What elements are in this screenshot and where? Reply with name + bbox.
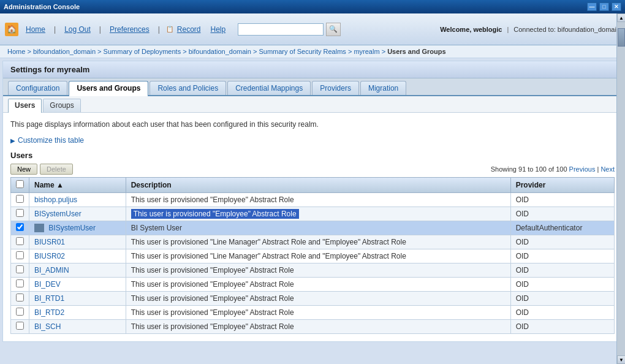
- row-checkbox[interactable]: [16, 195, 24, 203]
- tab-credential-mappings[interactable]: Credential Mappings: [227, 81, 311, 95]
- subtab-groups[interactable]: Groups: [43, 99, 80, 112]
- tab-roles-policies[interactable]: Roles and Policies: [150, 81, 226, 95]
- row-name-cell: BIUSR01: [29, 235, 126, 249]
- home-link[interactable]: Home: [23, 24, 48, 35]
- scroll-track[interactable]: [617, 22, 625, 344]
- user-link[interactable]: bishop.puljus: [34, 195, 77, 204]
- table-toolbar: New Delete Showing 91 to 100 of 100 Prev…: [10, 164, 615, 175]
- delete-button[interactable]: Delete: [40, 164, 73, 175]
- record-icon: 📋: [166, 26, 173, 32]
- close-button[interactable]: ✕: [612, 2, 621, 11]
- record-link[interactable]: Record: [175, 24, 203, 35]
- pagination-previous[interactable]: Previous: [569, 165, 596, 173]
- row-name-cell: BI_SCH: [29, 320, 126, 334]
- row-checkbox-cell: [11, 278, 29, 292]
- table-body: bishop.puljus This user is provisioned "…: [11, 193, 615, 334]
- search-area: 🔍: [238, 23, 341, 36]
- user-link[interactable]: BI_RTD2: [34, 308, 64, 317]
- row-desc-cell: This user is provisioned "Employee" Abst…: [126, 207, 510, 221]
- row-provider-cell: OID: [510, 249, 614, 264]
- welcome-text: Welcome, weblogic: [440, 26, 502, 33]
- row-checkbox-cell: [11, 221, 29, 235]
- row-desc-cell: This user is provisioned "Employee" Abst…: [126, 292, 510, 306]
- pagination: Showing 91 to 100 of 100 Previous | Next: [491, 165, 615, 173]
- settings-header: Settings for myrealm: [3, 61, 622, 78]
- minimize-button[interactable]: —: [587, 2, 597, 11]
- col-description[interactable]: Description: [126, 178, 510, 193]
- row-provider-cell: OID: [510, 207, 614, 221]
- user-link[interactable]: BI_SCH: [34, 322, 61, 331]
- row-checkbox[interactable]: [16, 209, 24, 217]
- row-name-cell: BI_DEV: [29, 278, 126, 292]
- breadcrumb-domain-1[interactable]: bifoundation_domain: [33, 48, 96, 55]
- col-provider[interactable]: Provider: [510, 178, 614, 193]
- breadcrumb-deployments[interactable]: Summary of Deployments: [104, 48, 181, 55]
- new-button[interactable]: New: [10, 164, 37, 175]
- tab-configuration[interactable]: Configuration: [8, 81, 67, 95]
- row-desc-cell: This user is provisioned "Line Manager" …: [126, 249, 510, 264]
- user-link[interactable]: BISystemUser: [48, 224, 96, 232]
- row-checkbox[interactable]: [16, 294, 24, 301]
- help-link[interactable]: Help: [208, 24, 228, 35]
- row-checkbox[interactable]: [16, 237, 24, 245]
- breadcrumb-security[interactable]: Summary of Security Realms: [259, 48, 346, 55]
- row-checkbox[interactable]: [16, 223, 24, 231]
- row-checkbox[interactable]: [16, 308, 24, 316]
- row-checkbox[interactable]: [16, 251, 24, 259]
- row-checkbox[interactable]: [16, 265, 24, 273]
- preferences-link[interactable]: Preferences: [107, 24, 152, 35]
- row-provider-cell: OID: [510, 306, 614, 320]
- user-link[interactable]: BI_ADMIN: [34, 266, 69, 275]
- logout-link[interactable]: Log Out: [62, 24, 93, 35]
- table-row: BI_RTD1 This user is provisioned "Employ…: [11, 292, 615, 306]
- row-checkbox[interactable]: [16, 322, 24, 330]
- pagination-showing: Showing 91 to 100 of 100: [491, 165, 567, 173]
- user-link[interactable]: BI_RTD1: [34, 294, 64, 303]
- col-name[interactable]: Name ▲: [29, 178, 126, 193]
- record-section: 📋 Record: [166, 24, 203, 35]
- table-row: BISystemUser This user is provisioned "E…: [11, 207, 615, 221]
- row-name-cell: bishop.puljus: [29, 193, 126, 207]
- row-checkbox-cell: [11, 249, 29, 264]
- scroll-thumb[interactable]: [618, 28, 625, 47]
- top-navigation: 🏠 Home | Log Out | Preferences | 📋 Recor…: [0, 13, 625, 45]
- row-name-cell: BIUSR02: [29, 249, 126, 264]
- user-link[interactable]: BIUSR02: [34, 252, 65, 260]
- search-button[interactable]: 🔍: [326, 23, 341, 36]
- row-checkbox[interactable]: [16, 279, 24, 287]
- tab-providers[interactable]: Providers: [312, 81, 359, 95]
- connected-text: Connected to: bifoundation_domain: [513, 26, 620, 33]
- row-desc-cell: This user is provisioned "Employee" Abst…: [126, 278, 510, 292]
- customize-arrow-icon: ▶: [10, 137, 15, 144]
- breadcrumb-domain-2[interactable]: bifoundation_domain: [189, 48, 251, 55]
- scroll-up-button[interactable]: ▲: [617, 13, 625, 22]
- table-row: BIUSR01 This user is provisioned "Line M…: [11, 235, 615, 249]
- user-link[interactable]: BISystemUser: [34, 210, 81, 218]
- pagination-next[interactable]: Next: [600, 165, 615, 173]
- row-provider-cell: OID: [510, 235, 614, 249]
- subtab-users[interactable]: Users: [8, 99, 42, 113]
- customize-table-link[interactable]: ▶ Customize this table: [10, 136, 615, 145]
- row-provider-cell: OID: [510, 193, 614, 207]
- user-link[interactable]: BI_DEV: [34, 280, 61, 289]
- breadcrumb-home[interactable]: Home: [7, 48, 25, 55]
- users-table: Name ▲ Description Provider bishop.pulju…: [10, 177, 615, 334]
- vertical-scrollbar[interactable]: ▲ ▼: [616, 13, 625, 344]
- user-link[interactable]: BIUSR01: [34, 238, 65, 246]
- customize-label: Customize this table: [18, 136, 84, 145]
- row-desc-cell: This user is provisioned "Line Manager" …: [126, 235, 510, 249]
- tab-bar: Configuration Users and Groups Roles and…: [3, 78, 622, 96]
- users-section-title: Users: [10, 151, 615, 160]
- maximize-button[interactable]: □: [599, 2, 609, 11]
- select-all-checkbox[interactable]: [16, 180, 24, 188]
- row-desc-cell: This user is provisioned "Employee" Abst…: [126, 306, 510, 320]
- window-controls: — □ ✕: [587, 2, 621, 11]
- breadcrumb-sep-4: >: [253, 48, 257, 55]
- tab-users-groups[interactable]: Users and Groups: [69, 81, 148, 96]
- breadcrumb-sep-5: >: [348, 48, 352, 55]
- breadcrumb-myrealm[interactable]: myrealm: [354, 48, 379, 55]
- tab-migration[interactable]: Migration: [360, 81, 406, 95]
- highlighted-text: This user is provisioned "Employee" Abst…: [131, 209, 299, 219]
- search-input[interactable]: [238, 23, 324, 36]
- toolbar-buttons: New Delete: [10, 164, 73, 175]
